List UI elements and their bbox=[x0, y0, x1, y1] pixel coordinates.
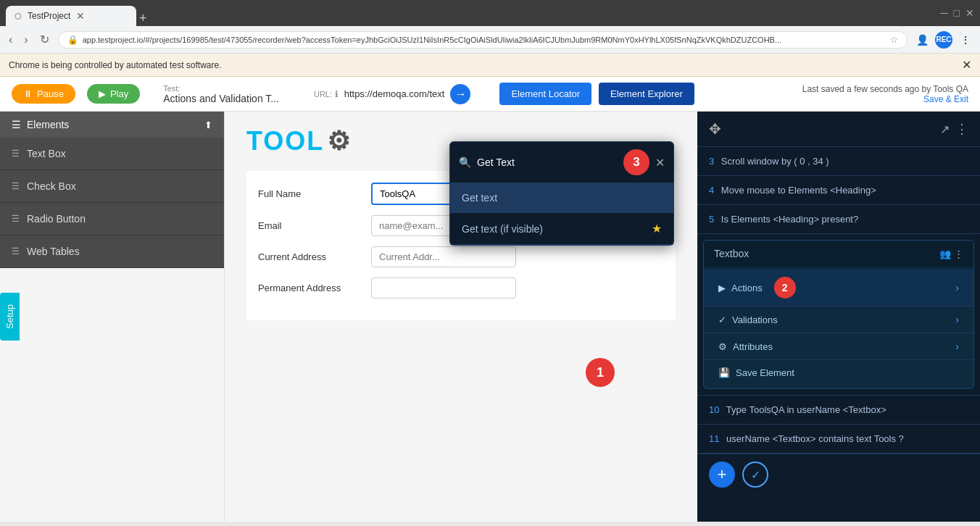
extensions-icon[interactable]: ⋮ bbox=[957, 31, 974, 49]
save-info: Last saved a few seconds ago by Tools QA… bbox=[802, 84, 968, 104]
bottom-steps: 10 Type ToolsQA in userName <Textbox> 11… bbox=[697, 395, 980, 454]
search-close-button[interactable]: ✕ bbox=[655, 156, 665, 170]
address-bar[interactable]: 🔒 app.testproject.io/#/projects/169985/t… bbox=[58, 31, 908, 49]
textbox-card-title: Textbox bbox=[714, 248, 749, 259]
new-tab-button[interactable]: + bbox=[139, 11, 147, 26]
sidebar-item-textbox-label: Text Box bbox=[27, 148, 66, 159]
panel-menu-button[interactable]: ⋮ bbox=[955, 121, 968, 137]
refresh-button[interactable]: ↻ bbox=[37, 30, 52, 49]
logo-icon: ⚙ bbox=[327, 126, 352, 156]
pause-button[interactable]: ⏸ Pause bbox=[12, 84, 75, 104]
sidebar-item-checkbox[interactable]: ☰ Check Box bbox=[0, 170, 224, 203]
validate-button[interactable]: ✓ bbox=[742, 462, 768, 488]
action-search-input[interactable] bbox=[477, 156, 618, 168]
panel-controls: ↗ ⋮ bbox=[940, 121, 968, 137]
minimize-button[interactable]: ─ bbox=[941, 7, 948, 19]
play-label: Play bbox=[110, 88, 128, 99]
step-10: 10 Type ToolsQA in userName <Textbox> bbox=[697, 396, 980, 425]
permanent-address-row: Permanent Address bbox=[258, 277, 664, 299]
tab-close-button[interactable]: ✕ bbox=[76, 10, 85, 22]
validations-check-icon: ✓ bbox=[718, 314, 726, 325]
attributes-chevron-icon: › bbox=[955, 341, 959, 352]
actions-text: Actions bbox=[731, 283, 763, 293]
search-result-get-text[interactable]: Get text bbox=[450, 183, 673, 213]
search-result-get-text-visible[interactable]: Get text (if visible) ★ bbox=[450, 213, 673, 245]
validations-menu-item[interactable]: ✓ Validations › bbox=[704, 306, 973, 333]
browser-tab[interactable]: ⬡ TestProject ✕ bbox=[6, 6, 136, 26]
textbox-actions: ▶ Actions 2 › ✓ Validations › bbox=[704, 267, 973, 388]
element-locator-button[interactable]: Element Locator bbox=[499, 83, 591, 105]
fullname-label: Full Name bbox=[258, 188, 360, 199]
add-step-button[interactable]: + bbox=[709, 462, 735, 488]
step-2-badge: 2 bbox=[774, 277, 796, 299]
panel-header: ✥ ↗ ⋮ bbox=[697, 112, 980, 147]
permanent-address-input[interactable] bbox=[371, 277, 516, 299]
save-element-label: 💾 Save Element bbox=[718, 367, 794, 378]
step-3-text: Scroll window by ( 0 , 34 ) bbox=[721, 156, 829, 167]
browser-chrome: ⬡ TestProject ✕ + ─ □ ✕ bbox=[0, 0, 980, 26]
step-5-num: 5 bbox=[709, 214, 714, 225]
url-info-icon[interactable]: ℹ bbox=[335, 89, 339, 99]
tab-bar: ⬡ TestProject ✕ + bbox=[6, 0, 147, 26]
star-bookmark-icon[interactable]: ☆ bbox=[890, 35, 898, 45]
close-window-button[interactable]: ✕ bbox=[966, 7, 974, 19]
maximize-button[interactable]: □ bbox=[954, 7, 960, 19]
window-controls: ─ □ ✕ bbox=[941, 7, 974, 19]
tab-title: TestProject bbox=[28, 11, 70, 21]
textbox-item-icon: ☰ bbox=[12, 149, 20, 159]
step-11-text: userName <Textbox> contains text Tools ? bbox=[726, 433, 904, 444]
save-element-menu-item[interactable]: 💾 Save Element bbox=[704, 360, 973, 385]
people-icon[interactable]: 👥 bbox=[939, 249, 951, 259]
forward-button[interactable]: › bbox=[21, 30, 30, 49]
sidebar-item-radiobutton[interactable]: ☰ Radio Button bbox=[0, 203, 224, 235]
actions-chevron-icon: › bbox=[955, 282, 959, 293]
textbox-card: Textbox 👥 ⋮ ▶ Actions 2 bbox=[703, 240, 974, 389]
save-element-icon: 💾 bbox=[718, 367, 730, 378]
sidebar-item-webtables[interactable]: ☰ Web Tables bbox=[0, 235, 224, 268]
step-5-text: Is Elements <Heading> present? bbox=[721, 214, 858, 225]
test-label: Test: bbox=[163, 84, 279, 93]
card-icons: 👥 ⋮ bbox=[939, 249, 963, 259]
get-text-visible-label: Get text (if visible) bbox=[462, 223, 543, 235]
panel-collapse-button[interactable]: ↗ bbox=[940, 121, 950, 137]
step-2-number: 2 bbox=[782, 282, 788, 293]
test-name: Actions and Validation T... bbox=[163, 93, 279, 104]
step-3-num: 3 bbox=[709, 156, 714, 167]
upload-icon[interactable]: ⬆ bbox=[204, 120, 212, 130]
attributes-icon: ⚙ bbox=[718, 341, 727, 352]
radiobutton-item-icon: ☰ bbox=[12, 214, 20, 224]
play-icon: ▶ bbox=[99, 88, 106, 99]
element-explorer-button[interactable]: Element Explorer bbox=[599, 83, 694, 105]
current-address-label: Current Address bbox=[258, 251, 360, 262]
sidebar-header-title: ☰ Elements bbox=[12, 119, 69, 130]
attributes-label: ⚙ Attributes bbox=[718, 341, 773, 352]
move-icon[interactable]: ✥ bbox=[709, 120, 721, 138]
back-button[interactable]: ‹ bbox=[6, 30, 15, 49]
pause-icon: ⏸ bbox=[23, 88, 33, 99]
actions-menu-item[interactable]: ▶ Actions 2 › bbox=[704, 270, 973, 306]
setup-tab[interactable]: Setup bbox=[0, 293, 20, 341]
profile-icon[interactable]: 👤 bbox=[913, 31, 931, 49]
logo-text: TOOL bbox=[246, 126, 324, 156]
current-address-input[interactable] bbox=[371, 246, 516, 267]
attributes-menu-item[interactable]: ⚙ Attributes › bbox=[704, 333, 973, 360]
save-status-text: Last saved a few seconds ago by Tools QA bbox=[802, 84, 968, 94]
save-exit-link[interactable]: Save & Exit bbox=[802, 94, 968, 104]
play-button[interactable]: ▶ Play bbox=[87, 84, 140, 104]
step-1-badge: 1 bbox=[586, 358, 615, 387]
lock-icon: 🔒 bbox=[67, 35, 78, 45]
url-navigate-button[interactable]: → bbox=[450, 84, 470, 104]
validations-text: Validations bbox=[732, 314, 778, 325]
sidebar: ☰ Elements ⬆ ☰ Text Box ☰ Check Box ☰ Ra… bbox=[0, 112, 225, 522]
validations-chevron-icon: › bbox=[955, 314, 959, 325]
step-11-num: 11 bbox=[709, 433, 719, 444]
star-icon: ★ bbox=[652, 222, 662, 235]
sidebar-item-textbox[interactable]: ☰ Text Box bbox=[0, 138, 224, 170]
tab-favicon: ⬡ bbox=[14, 12, 22, 21]
banner-close-button[interactable]: ✕ bbox=[962, 58, 971, 72]
step-4: 4 Move mouse to Elements <Heading> bbox=[697, 176, 980, 205]
card-menu-icon[interactable]: ⋮ bbox=[954, 249, 963, 259]
textbox-card-header: Textbox 👥 ⋮ bbox=[704, 241, 973, 267]
url-value: https://demoqa.com/text bbox=[344, 88, 445, 99]
pause-label: Pause bbox=[37, 88, 64, 99]
